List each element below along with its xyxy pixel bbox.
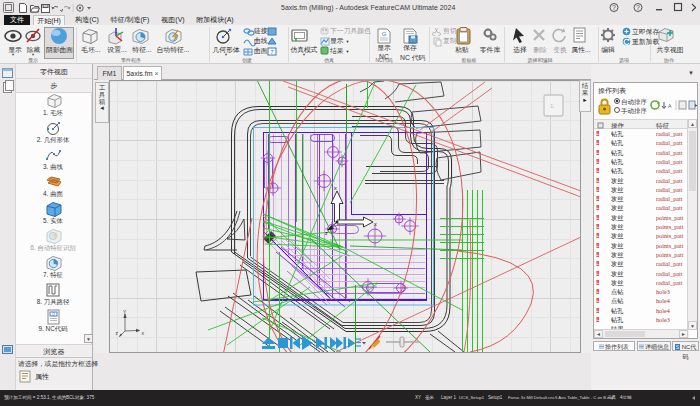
svg-text:x: x bbox=[374, 221, 377, 227]
svg-text:A: A bbox=[668, 103, 672, 109]
svg-text:x: x bbox=[334, 185, 337, 191]
svg-text:1:: 1: bbox=[550, 103, 555, 109]
svg-text:?: ? bbox=[612, 4, 616, 11]
svg-text:G: G bbox=[382, 31, 387, 37]
svg-text:?: ? bbox=[636, 4, 640, 11]
svg-text:z: z bbox=[325, 230, 328, 236]
